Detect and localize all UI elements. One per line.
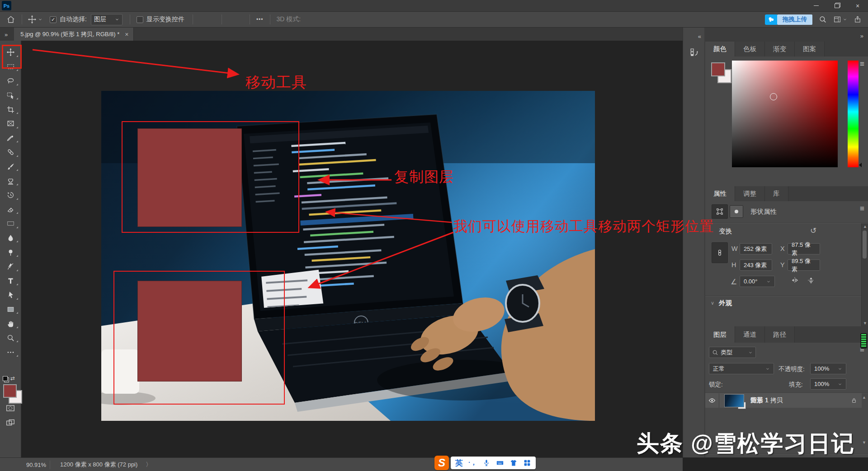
panel-tab[interactable]: 颜色 <box>705 42 735 57</box>
restore-button[interactable] <box>826 0 847 11</box>
default-colors-icon[interactable] <box>3 376 8 381</box>
ime-punctuation-toggle[interactable]: ·， <box>468 459 477 467</box>
properties-scrollbar[interactable]: ▲ ▼ <box>861 223 868 326</box>
panel-menu-icon[interactable]: ≡ <box>860 204 864 213</box>
minimize-button[interactable] <box>806 0 826 11</box>
panel-tab[interactable]: 调整 <box>735 186 765 201</box>
tool-button[interactable] <box>0 203 21 217</box>
quick-mask-icon[interactable] <box>5 403 15 413</box>
hue-marker[interactable] <box>859 163 862 167</box>
search-icon[interactable] <box>819 15 827 24</box>
history-panel-icon[interactable] <box>686 45 702 60</box>
reset-transform-icon[interactable]: ↺ <box>810 226 816 236</box>
panel-tab[interactable]: 库 <box>765 186 788 201</box>
hue-strip[interactable] <box>848 61 859 167</box>
panel-tab[interactable]: 路径 <box>765 326 795 343</box>
tool-button[interactable] <box>0 74 21 88</box>
screen-mode-icon[interactable] <box>5 418 15 428</box>
color-cursor[interactable] <box>770 93 777 100</box>
home-icon[interactable] <box>6 15 15 24</box>
flip-vertical-icon[interactable] <box>807 276 816 285</box>
tool-button[interactable] <box>0 117 21 131</box>
path-select-icon <box>6 291 15 299</box>
panel-menu-icon[interactable]: ≡ <box>860 60 864 69</box>
options-bar: ✓ 自动选择: 图层 显示变换控件 ••• 3D 模式: 拖拽上传 <box>0 12 868 28</box>
tool-button[interactable] <box>0 274 21 288</box>
layers-scroll-up[interactable]: ▲ <box>862 395 866 400</box>
tool-button[interactable] <box>0 288 21 302</box>
visibility-eye-icon[interactable] <box>705 393 719 408</box>
collapse-panels-icon[interactable]: » <box>860 33 863 39</box>
panel-tab[interactable]: 图案 <box>795 42 825 57</box>
flip-horizontal-icon[interactable] <box>790 276 799 285</box>
appearance-chevron-icon[interactable]: ∨ <box>711 300 714 306</box>
swap-colors-icon[interactable]: ⇄ <box>10 375 15 382</box>
panel-tab[interactable]: 渐变 <box>765 42 795 57</box>
tool-button[interactable] <box>0 188 21 203</box>
saturation-square[interactable] <box>732 61 838 167</box>
blend-mode-dropdown[interactable]: 正常 <box>709 363 774 374</box>
panel-tab[interactable]: 色板 <box>735 42 765 57</box>
auto-select-checkbox[interactable]: ✓ <box>50 16 57 23</box>
height-field[interactable]: 243 像素 <box>740 259 772 271</box>
layer-thumbnail[interactable] <box>724 394 744 407</box>
panel-foreground-swatch[interactable] <box>711 62 725 76</box>
default-swap-colors[interactable]: ⇄ <box>3 375 15 382</box>
opacity-field[interactable]: 100% <box>810 363 846 374</box>
layer-name[interactable]: 背景 <box>750 396 763 405</box>
panel-tab[interactable]: 属性 <box>705 186 735 201</box>
toolbox-icon[interactable] <box>523 459 531 467</box>
angle-field[interactable]: 0.00° <box>740 276 775 287</box>
zoom-level-field[interactable]: 90.91% <box>23 461 50 469</box>
tool-button[interactable] <box>0 102 21 117</box>
tool-button[interactable] <box>0 160 21 174</box>
x-field[interactable]: 87.5 像素 <box>788 243 820 254</box>
layer-row[interactable]: 背景 <box>705 393 862 408</box>
status-chevron-icon[interactable]: 〉 <box>146 461 151 469</box>
tab-overflow-icon[interactable]: » <box>5 31 8 38</box>
tool-button[interactable] <box>0 331 21 345</box>
skin-icon[interactable] <box>509 459 518 467</box>
panel-column: » 颜色色板渐变图案 ≡ 属性调整库 ≡ 形状属性 变换 ↺ W <box>704 28 868 457</box>
auto-select-target-dropdown[interactable]: 图层 <box>91 14 123 25</box>
tool-button[interactable] <box>0 345 21 359</box>
canvas-area[interactable]: DELL <box>21 41 683 457</box>
shape-mask-icon[interactable] <box>730 205 743 218</box>
tool-button[interactable] <box>0 131 21 146</box>
y-field[interactable]: 89.5 像素 <box>788 259 820 271</box>
close-button[interactable]: × <box>847 0 868 11</box>
ime-language-toggle[interactable]: 英 <box>455 458 463 468</box>
layers-scroll-down[interactable]: ▼ <box>862 440 866 445</box>
watermark-text: 头条 @雪松学习日记 <box>637 429 855 459</box>
tab-close-icon[interactable]: × <box>125 31 128 38</box>
sogou-ime-icon[interactable]: S <box>434 456 449 470</box>
tool-button[interactable] <box>0 145 21 160</box>
workspace-switcher-icon[interactable] <box>833 15 847 24</box>
move-tool-preset-icon[interactable] <box>28 15 42 24</box>
foreground-color-swatch[interactable] <box>3 384 17 398</box>
tool-button[interactable] <box>0 174 21 188</box>
panel-tab[interactable]: 图层 <box>705 326 735 343</box>
panel-tab[interactable]: 通道 <box>735 326 765 343</box>
width-field[interactable]: 252 像素 <box>740 243 772 254</box>
layer-filter-dropdown[interactable]: 类型 <box>709 347 756 358</box>
tool-button[interactable] <box>0 88 21 103</box>
tool-button[interactable] <box>0 316 21 331</box>
microphone-icon[interactable] <box>482 459 491 467</box>
y-label: Y <box>780 261 785 268</box>
fill-field[interactable]: 100% <box>810 378 846 390</box>
tool-button[interactable] <box>0 231 21 245</box>
keyboard-icon[interactable] <box>496 459 504 467</box>
tool-button[interactable] <box>0 245 21 259</box>
show-transform-checkbox[interactable] <box>137 16 143 23</box>
expand-panels-icon[interactable]: « <box>698 33 701 40</box>
tool-button[interactable] <box>0 217 21 231</box>
tool-button[interactable] <box>0 302 21 317</box>
drag-upload-button[interactable]: 拖拽上传 <box>777 14 812 25</box>
more-options-icon[interactable]: ••• <box>256 16 264 23</box>
tool-button[interactable] <box>0 259 21 274</box>
document-tab[interactable]: 5.jpg @ 90.9% (矩形 1 拷贝, RGB/8) * × <box>14 28 133 41</box>
shape-transform-icon[interactable] <box>712 204 728 219</box>
link-dimensions-icon[interactable] <box>712 242 728 263</box>
share-icon[interactable] <box>854 15 862 24</box>
